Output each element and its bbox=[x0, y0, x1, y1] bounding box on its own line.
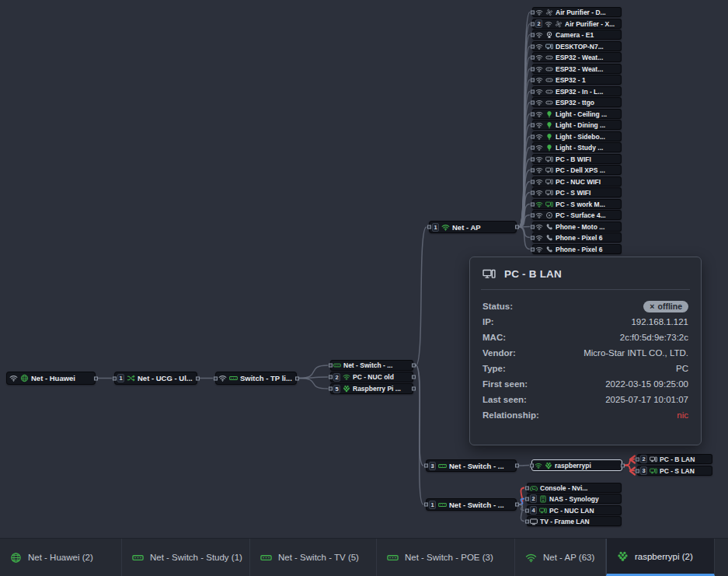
connector-port bbox=[525, 486, 529, 490]
connector-port bbox=[531, 10, 535, 14]
node-sw-study[interactable]: Net - Switch - ... bbox=[330, 360, 413, 371]
node-label: Air Purifier - D... bbox=[556, 9, 618, 16]
node-leaf3[interactable]: DESKTOP-N7... bbox=[532, 41, 622, 51]
node-label: Console - Nvi... bbox=[540, 484, 618, 492]
pc-icon bbox=[545, 189, 553, 197]
node-leaf2[interactable]: Camera - E1 bbox=[532, 30, 622, 40]
node-leaf15[interactable]: PC - NUC WIFI bbox=[532, 176, 622, 187]
disc-icon bbox=[545, 211, 553, 219]
wifi-icon bbox=[535, 54, 543, 61]
node-leaf1[interactable]: 2Air Purifier - X... bbox=[532, 19, 622, 29]
node-leaf7[interactable]: ESP32 - In - L... bbox=[532, 86, 622, 96]
node-leaf17[interactable]: PC - S work M... bbox=[532, 199, 622, 209]
bottom-tab-bar: Net - Huawei (2)Net - Switch - Study (1)… bbox=[0, 538, 728, 576]
node-tv-frame[interactable]: TV - Frame LAN bbox=[527, 516, 622, 526]
node-leaf4[interactable]: ESP32 - Weat... bbox=[532, 52, 622, 62]
node-pc-s-lan[interactable]: 3PC - S LAN bbox=[637, 466, 712, 476]
node-leaf0[interactable]: Air Purifier - D... bbox=[532, 7, 622, 17]
raspberry-icon bbox=[545, 462, 552, 470]
node-leaf11[interactable]: Light - Sidebo... bbox=[532, 131, 622, 141]
switch-icon bbox=[333, 361, 341, 369]
tab-net-switch-tv[interactable]: Net - Switch - TV (5) bbox=[250, 539, 377, 576]
wifi-icon bbox=[535, 234, 543, 242]
tab-label: Net - Switch - Study (1) bbox=[150, 553, 242, 562]
node-rpi[interactable]: raspberrypi bbox=[531, 459, 622, 471]
tab-label: Net - Switch - TV (5) bbox=[278, 553, 359, 562]
bulb-icon bbox=[545, 133, 553, 141]
phone-icon bbox=[545, 246, 553, 253]
node-leaf13[interactable]: PC - B WIFI bbox=[532, 154, 622, 164]
tooltip-row: First seen:2022-03-15 09:25:00 bbox=[482, 376, 688, 392]
node-raspberry-pi4[interactable]: 5Raspberry Pi ... bbox=[330, 383, 413, 394]
node-leaf18[interactable]: PC - Surface 4... bbox=[532, 210, 622, 220]
connector-port bbox=[515, 464, 519, 468]
node-leaf9[interactable]: Light - Ceiling ... bbox=[532, 109, 622, 119]
node-leaf10[interactable]: Light - Dining ... bbox=[532, 120, 622, 130]
wifi-icon bbox=[535, 9, 543, 16]
connector-port bbox=[94, 376, 98, 380]
node-label: PC - Surface 4... bbox=[556, 211, 618, 219]
port-number-badge: 5 bbox=[333, 385, 340, 393]
node-net-ap[interactable]: 1Net - AP bbox=[429, 221, 517, 233]
tab-raspberrypi[interactable]: raspberrypi (2) bbox=[606, 539, 715, 576]
pc-icon bbox=[650, 467, 657, 475]
raspberry-icon bbox=[343, 385, 350, 393]
tooltip-label: IP: bbox=[482, 317, 494, 326]
tab-net-switch-study[interactable]: Net - Switch - Study (1) bbox=[122, 539, 250, 576]
tab-label: Net - Switch - POE (3) bbox=[405, 553, 493, 562]
node-label: PC - NUC WIFI bbox=[556, 178, 618, 186]
wifi-icon bbox=[535, 76, 543, 84]
node-sw-tv[interactable]: 3Net - Switch - ... bbox=[426, 459, 517, 472]
connector-port bbox=[530, 463, 534, 467]
node-sw-poe[interactable]: 1Net - Switch - ... bbox=[426, 498, 517, 511]
tooltip-value: 2c:f0:5d:9e:73:2c bbox=[620, 333, 688, 342]
node-leaf19[interactable]: Phone - Moto ... bbox=[532, 222, 622, 232]
node-pc-b-lan[interactable]: 2PC - B LAN bbox=[637, 454, 712, 464]
connector-port bbox=[531, 55, 535, 59]
phone-icon bbox=[545, 223, 553, 231]
wifi-icon bbox=[535, 43, 543, 51]
wifi-icon bbox=[218, 374, 227, 382]
node-leaf20[interactable]: Phone - Pixel 6 bbox=[532, 232, 622, 243]
node-label: TV - Frame LAN bbox=[540, 518, 618, 525]
port-number-badge: 2 bbox=[333, 373, 340, 382]
node-leaf16[interactable]: PC - S WIFI bbox=[532, 187, 622, 197]
node-label: ESP32 - In - L... bbox=[556, 88, 618, 96]
node-huawei[interactable]: Net - Huawei bbox=[6, 372, 96, 385]
node-ucg[interactable]: 1Net - UCG - Ul... bbox=[114, 372, 197, 385]
connector-port bbox=[531, 33, 535, 37]
node-leaf21[interactable]: Phone - Pixel 6 bbox=[532, 244, 622, 254]
tab-net-huawei[interactable]: Net - Huawei (2) bbox=[0, 539, 122, 576]
node-console[interactable]: Console - Nvi... bbox=[527, 483, 622, 493]
wifi-icon bbox=[525, 552, 537, 564]
node-leaf12[interactable]: Light - Study ... bbox=[532, 142, 622, 152]
connector-port bbox=[531, 78, 535, 82]
connector-port bbox=[295, 376, 299, 380]
connector-port bbox=[525, 508, 529, 512]
tab-net-ap[interactable]: Net - AP (63) bbox=[515, 539, 606, 576]
connector-port bbox=[531, 112, 535, 116]
connector-port bbox=[621, 463, 625, 467]
wifi-icon bbox=[535, 155, 543, 163]
tab-net-switch-poe[interactable]: Net - Switch - POE (3) bbox=[377, 539, 515, 576]
switch-icon bbox=[438, 501, 447, 509]
node-label: raspberrypi bbox=[555, 462, 618, 470]
wifi-icon bbox=[535, 99, 543, 106]
node-leaf8[interactable]: ESP32 - ttgo bbox=[532, 97, 622, 107]
node-pc-nuc-old[interactable]: 2PC - NUC old bbox=[330, 372, 413, 382]
status-offline-badge: ×offline bbox=[643, 301, 688, 312]
wifi-icon bbox=[343, 373, 350, 381]
node-pc-nuc-lan[interactable]: 4PC - NUC LAN bbox=[527, 505, 622, 515]
popup-title: PC - B LAN bbox=[504, 268, 562, 280]
connector-port bbox=[531, 100, 535, 104]
node-leaf6[interactable]: ESP32 - 1 bbox=[532, 75, 622, 85]
node-nas[interactable]: 2NAS - Synology bbox=[527, 494, 622, 504]
network-topology-canvas[interactable]: Net - Huawei1Net - UCG - Ul...Switch - T… bbox=[0, 0, 728, 576]
node-switchtp[interactable]: Switch - TP li... bbox=[215, 372, 297, 385]
tooltip-label: MAC: bbox=[482, 333, 506, 342]
tooltip-value: 2025-07-17 10:01:07 bbox=[605, 395, 688, 404]
node-leaf5[interactable]: ESP32 - Weat... bbox=[532, 64, 622, 74]
wifi-icon bbox=[545, 20, 552, 28]
connector-port bbox=[531, 145, 535, 149]
node-leaf14[interactable]: PC - Dell XPS ... bbox=[532, 165, 622, 175]
